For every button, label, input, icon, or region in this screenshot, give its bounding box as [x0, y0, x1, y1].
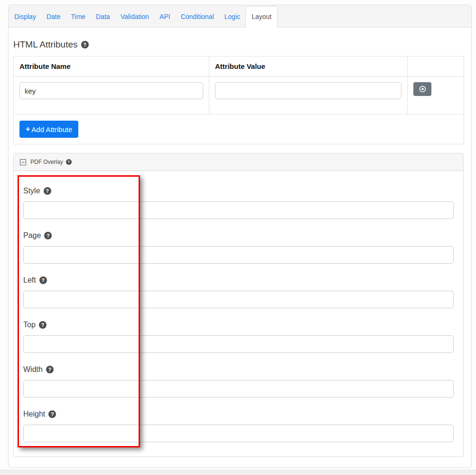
question-circle-icon[interactable]: ? [39, 276, 47, 284]
tab-date[interactable]: Date [41, 6, 66, 27]
style-label-text: Style [23, 187, 40, 195]
top-label-text: Top [23, 321, 36, 329]
question-circle-icon[interactable]: ? [46, 366, 54, 373]
height-input[interactable] [23, 425, 454, 442]
attribute-value-input[interactable] [215, 82, 401, 99]
pdf-overlay-panel-title: PDF Overlay [30, 159, 63, 165]
column-header-attribute-value: Attribute Value [209, 57, 408, 76]
field-group-style: Style ? [23, 186, 454, 219]
tab-display[interactable]: Display [9, 6, 41, 27]
field-group-page: Page ? [23, 231, 454, 264]
tab-time[interactable]: Time [65, 6, 91, 27]
column-header-actions [408, 57, 464, 76]
style-input[interactable] [23, 201, 454, 219]
add-attribute-button-label: Add Attribute [31, 125, 72, 133]
attribute-name-input[interactable] [19, 82, 203, 99]
page-field-label: Page ? [23, 231, 454, 240]
table-header-row: Attribute Name Attribute Value [14, 57, 464, 76]
row-actions-cell [408, 76, 464, 114]
question-circle-icon[interactable]: ? [44, 187, 51, 195]
builder-settings-page: Display Date Time Data Validation API Co… [0, 0, 476, 475]
html-attributes-heading-text: HTML Attributes [13, 39, 78, 50]
height-label-text: Height [23, 410, 45, 418]
question-circle-icon[interactable]: ? [39, 321, 47, 329]
tab-conditional[interactable]: Conditional [176, 6, 219, 27]
height-field-label: Height ? [23, 409, 454, 419]
width-label-text: Width [23, 365, 43, 374]
top-field-label: Top ? [23, 320, 454, 330]
table-footer-cell: + Add Attribute [14, 114, 464, 144]
table-row [14, 76, 464, 114]
attribute-name-cell [14, 76, 209, 114]
remove-attribute-button[interactable] [413, 82, 431, 96]
pdf-overlay-panel: PDF Overlay ? Style ? Page ? [13, 153, 464, 457]
add-attribute-button[interactable]: + Add Attribute [19, 121, 78, 138]
left-field-label: Left ? [23, 276, 454, 285]
width-input[interactable] [23, 380, 454, 398]
page-input[interactable] [23, 246, 454, 264]
width-field-label: Width ? [23, 365, 454, 374]
field-group-width: Width ? [23, 365, 454, 398]
pdf-overlay-panel-body: Style ? Page ? Left [14, 171, 463, 456]
plus-icon: + [26, 125, 30, 133]
page-bottom-background [0, 470, 476, 475]
field-group-top: Top ? [23, 320, 454, 353]
tab-api[interactable]: API [154, 6, 176, 27]
html-attributes-table: Attribute Name Attribute Value [13, 56, 464, 144]
page-label-text: Page [23, 231, 41, 240]
question-circle-icon[interactable]: ? [66, 159, 72, 165]
question-circle-icon[interactable]: ? [48, 410, 56, 418]
style-field-label: Style ? [23, 186, 454, 196]
left-input[interactable] [23, 291, 454, 308]
field-group-left: Left ? [23, 276, 454, 308]
tab-data[interactable]: Data [91, 6, 115, 27]
question-circle-icon[interactable]: ? [81, 41, 89, 48]
component-settings-card: Display Date Time Data Validation API Co… [8, 5, 472, 468]
attribute-value-cell [209, 76, 408, 114]
table-footer-row: + Add Attribute [14, 114, 464, 144]
top-input[interactable] [23, 335, 454, 353]
settings-tab-bar: Display Date Time Data Validation API Co… [9, 5, 471, 28]
tab-layout[interactable]: Layout [245, 6, 278, 28]
pdf-overlay-panel-header[interactable]: PDF Overlay ? [14, 153, 463, 171]
layout-tab-content: HTML Attributes ? Attribute Name Attribu… [9, 28, 471, 457]
question-circle-icon[interactable]: ? [44, 232, 52, 239]
collapse-minus-square-icon[interactable] [20, 159, 26, 165]
left-label-text: Left [23, 276, 36, 285]
html-attributes-heading: HTML Attributes ? [13, 39, 471, 50]
tab-logic[interactable]: Logic [219, 6, 245, 27]
field-group-height: Height ? [23, 409, 454, 442]
remove-circle-icon [419, 86, 426, 93]
tab-validation[interactable]: Validation [115, 6, 154, 27]
column-header-attribute-name: Attribute Name [14, 57, 209, 76]
